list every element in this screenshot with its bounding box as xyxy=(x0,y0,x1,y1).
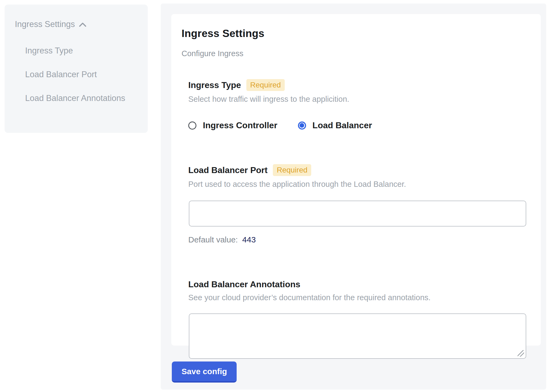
page-subtitle: Configure Ingress xyxy=(182,49,526,58)
radio-ingress-controller[interactable]: Ingress Controller xyxy=(188,120,277,130)
sidebar-item-list: Ingress Type Load Balancer Port Load Bal… xyxy=(15,43,140,106)
lb-port-description: Port used to access the application thro… xyxy=(188,180,526,189)
ingress-type-radio-group: Ingress Controller Load Balancer xyxy=(188,120,526,130)
main-panel: Ingress Settings Configure Ingress Ingre… xyxy=(161,4,546,390)
section-ingress-type: Ingress Type Required Select how traffic… xyxy=(188,79,526,104)
radio-circle-icon xyxy=(298,121,306,130)
radio-load-balancer[interactable]: Load Balancer xyxy=(298,120,372,130)
sidebar-item-ingress-type[interactable]: Ingress Type xyxy=(25,43,139,59)
radio-ingress-controller-label: Ingress Controller xyxy=(203,120,277,130)
lb-annotations-textarea[interactable] xyxy=(189,313,526,359)
section-load-balancer-annotations: Load Balancer Annotations See your cloud… xyxy=(188,279,526,359)
page-title: Ingress Settings xyxy=(182,28,526,39)
radio-load-balancer-label: Load Balancer xyxy=(313,120,372,130)
section-load-balancer-port: Load Balancer Port Required Port used to… xyxy=(188,164,526,244)
required-badge: Required xyxy=(246,79,285,91)
default-value-number: 443 xyxy=(242,235,256,244)
ingress-settings-card: Ingress Settings Configure Ingress Ingre… xyxy=(171,14,541,346)
sidebar-section-ingress-settings[interactable]: Ingress Settings xyxy=(15,19,140,29)
save-config-button[interactable]: Save config xyxy=(172,361,237,383)
lb-port-input[interactable] xyxy=(189,201,526,227)
default-value-label: Default value: xyxy=(188,235,238,244)
settings-sidebar: Ingress Settings Ingress Type Load Balan… xyxy=(5,5,148,133)
lb-port-default-row: Default value: 443 xyxy=(188,235,526,244)
lb-annotations-label: Load Balancer Annotations xyxy=(188,279,300,289)
sidebar-section-label: Ingress Settings xyxy=(15,19,75,29)
ingress-type-description: Select how traffic will ingress to the a… xyxy=(188,95,526,104)
sidebar-item-load-balancer-port[interactable]: Load Balancer Port xyxy=(25,66,139,83)
sidebar-item-load-balancer-annotations[interactable]: Load Balancer Annotations xyxy=(25,90,139,106)
lb-annotations-textarea-wrap xyxy=(189,313,526,359)
required-badge: Required xyxy=(273,164,311,176)
radio-circle-icon xyxy=(188,121,196,130)
chevron-up-icon xyxy=(79,22,87,28)
lb-port-label: Load Balancer Port xyxy=(188,165,267,175)
ingress-type-label: Ingress Type xyxy=(188,80,241,90)
lb-annotations-description: See your cloud provider’s documentation … xyxy=(188,293,526,302)
